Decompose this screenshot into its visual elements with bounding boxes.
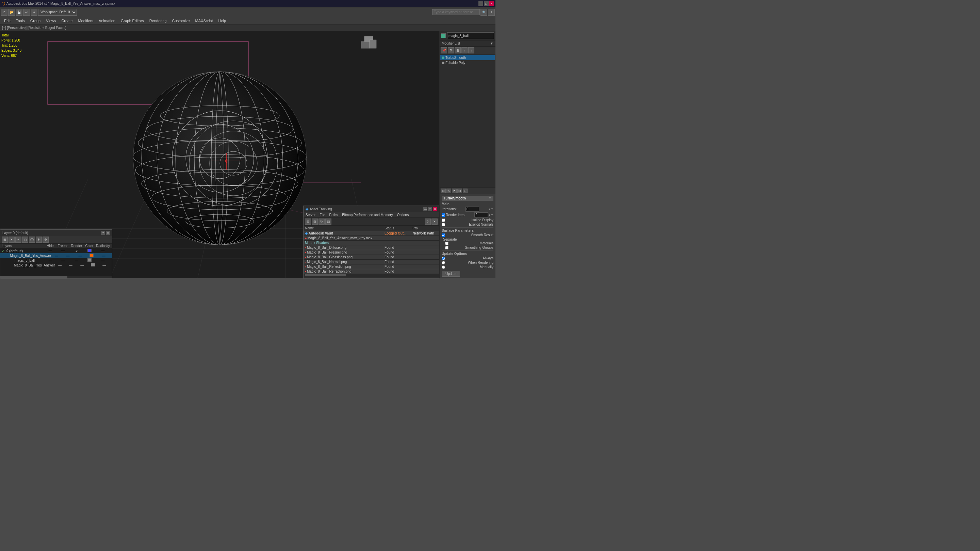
- sub-mod-btn4[interactable]: ⊠: [457, 188, 462, 193]
- layers-title-bar[interactable]: Layer: 0 (default) ? ✕: [0, 230, 112, 236]
- ts-iterations-spinner[interactable]: ▲▼: [488, 208, 493, 211]
- layers-hide-all-btn[interactable]: ◯: [29, 237, 35, 243]
- asset-btn1[interactable]: ⊞: [305, 218, 311, 225]
- menu-tools[interactable]: Tools: [13, 17, 27, 24]
- search-input[interactable]: [432, 9, 480, 15]
- mod-delete-button[interactable]: 🗑: [455, 47, 461, 53]
- menu-help[interactable]: Help: [216, 17, 229, 24]
- turbosmooth-header[interactable]: TurboSmooth ▼: [442, 196, 493, 201]
- list-item[interactable]: Magic_8_Ball_Yes_Answer — — — —: [0, 253, 112, 258]
- list-item[interactable]: magic_8_ball — — — —: [0, 258, 112, 263]
- redo-button[interactable]: ↪: [30, 9, 37, 16]
- menu-maxscript[interactable]: MAXScript: [192, 17, 216, 24]
- asset-close-btn2[interactable]: ✕: [431, 218, 438, 225]
- menu-customize[interactable]: Customize: [169, 17, 192, 24]
- table-row[interactable]: ▪ Magic_8_Ball_Diffuse.png Found: [304, 245, 439, 250]
- layers-new-btn[interactable]: ⊞: [2, 237, 8, 243]
- asset-menu-options[interactable]: Options: [395, 212, 411, 218]
- menu-graph-editors[interactable]: Graph Editors: [118, 17, 147, 24]
- minimize-button[interactable]: —: [479, 2, 483, 6]
- menu-modifiers[interactable]: Modifiers: [75, 17, 96, 24]
- ts-update-button[interactable]: Update: [442, 271, 460, 277]
- ts-smooth-result-checkbox[interactable]: [442, 234, 445, 237]
- asset-scrollbar[interactable]: [304, 274, 439, 277]
- asset-btn4[interactable]: ▤: [325, 218, 331, 225]
- mod-move-down-button[interactable]: ↓: [468, 47, 474, 53]
- menu-views[interactable]: Views: [43, 17, 59, 24]
- layer-color-cell[interactable]: [86, 253, 97, 258]
- undo-button[interactable]: ↩: [23, 9, 30, 16]
- menu-create[interactable]: Create: [59, 17, 75, 24]
- asset-minimize-button[interactable]: —: [423, 207, 427, 211]
- maximize-button[interactable]: □: [484, 2, 488, 6]
- modifier-editable-poly[interactable]: Editable Poly: [440, 60, 495, 65]
- sub-mod-btn1[interactable]: ⊞: [441, 188, 446, 193]
- asset-title-bar[interactable]: ◈ Asset Tracking — □ ✕: [304, 206, 439, 212]
- table-row[interactable]: Maps / Shaders: [304, 240, 439, 245]
- menu-edit[interactable]: Edit: [2, 17, 13, 24]
- menu-animation[interactable]: Animation: [96, 17, 118, 24]
- mod-pin-button[interactable]: 📌: [441, 47, 447, 53]
- layers-help-button[interactable]: ?: [101, 231, 105, 235]
- asset-row-name: ●Magic_8_Ball_Yes_Answer_max_vray.max: [304, 236, 383, 240]
- menu-rendering[interactable]: Rendering: [147, 17, 169, 24]
- ts-render-iters-spinner[interactable]: ▲▼: [488, 213, 493, 217]
- table-row[interactable]: ▪ Magic_8_Ball_Fresnel.png Found: [304, 250, 439, 255]
- asset-help-btn[interactable]: ?: [425, 218, 431, 225]
- workspace-select[interactable]: Workspace: Default: [38, 9, 77, 16]
- ts-manually-radio[interactable]: [442, 266, 445, 269]
- layer-color-cell[interactable]: [83, 249, 95, 253]
- asset-btn3[interactable]: ↻: [318, 218, 325, 225]
- layers-delete-btn[interactable]: ✕: [8, 237, 14, 243]
- orientation-cube[interactable]: [360, 35, 378, 54]
- asset-menu-file[interactable]: File: [318, 212, 327, 218]
- ts-isoline-checkbox[interactable]: [442, 218, 445, 222]
- ts-when-rendering-radio[interactable]: [442, 261, 445, 264]
- table-row[interactable]: ▪ Magic_8_Ball_Normal.png Found: [304, 260, 439, 264]
- sub-mod-btn3[interactable]: ⚑: [452, 188, 457, 193]
- layers-settings-btn[interactable]: ⚙: [43, 237, 49, 243]
- asset-close-button[interactable]: ✕: [433, 207, 437, 211]
- layer-color-cell[interactable]: [83, 258, 95, 263]
- ts-materials-checkbox[interactable]: [445, 242, 449, 245]
- obj-name-input[interactable]: [447, 32, 494, 39]
- table-row[interactable]: ◈ Autodesk Vault Logged Out... Network P…: [304, 231, 439, 236]
- asset-menu-server[interactable]: Server: [304, 212, 318, 218]
- ts-always-radio[interactable]: [442, 256, 445, 260]
- ts-iterations-input[interactable]: [466, 207, 479, 212]
- open-button[interactable]: 📂: [8, 9, 15, 16]
- sub-mod-btn5[interactable]: ⊡: [463, 188, 468, 193]
- ts-explicit-normals-checkbox[interactable]: [442, 223, 445, 226]
- help-button[interactable]: ?: [488, 9, 495, 16]
- layers-add-sel-btn[interactable]: +: [15, 237, 21, 243]
- save-button[interactable]: 💾: [16, 9, 22, 16]
- list-item[interactable]: ✓ 0 (default) — — ✓ —: [0, 248, 112, 253]
- layers-close-button[interactable]: ✕: [106, 231, 110, 235]
- close-button[interactable]: ✕: [489, 2, 494, 6]
- mod-move-up-button[interactable]: ↑: [461, 47, 468, 53]
- layers-freeze-all-btn[interactable]: ❄: [36, 237, 42, 243]
- table-row[interactable]: ●Magic_8_Ball_Yes_Answer_max_vray.max: [304, 236, 439, 240]
- asset-menu-paths[interactable]: Paths: [327, 212, 340, 218]
- asset-maximize-button[interactable]: □: [428, 207, 432, 211]
- layers-scrollbar[interactable]: [0, 276, 112, 279]
- table-row[interactable]: ▪ Magic_8_Ball_Reflection.png Found: [304, 264, 439, 269]
- layers-column-header: Layers Hide Freeze Render Color Radiosit…: [0, 244, 112, 248]
- ts-render-iters-checkbox[interactable]: [442, 213, 445, 217]
- sub-mod-btn2[interactable]: ✎: [447, 188, 451, 193]
- layers-sel-btn[interactable]: ◻: [22, 237, 28, 243]
- asset-menu-bitmap-perf[interactable]: Bitmap Performance and Memory: [340, 212, 395, 218]
- table-row[interactable]: ▪ Magic_8_Ball_Refraction.png Found: [304, 269, 439, 274]
- list-item[interactable]: Magic_8_Ball_Yes_Answer — — — —: [0, 263, 112, 268]
- table-row[interactable]: ▪ Magic_8_Ball_Glossiness.png Found: [304, 255, 439, 260]
- layer-color-cell[interactable]: [88, 263, 98, 267]
- asset-btn2[interactable]: ⊟: [312, 218, 318, 225]
- menu-group[interactable]: Group: [27, 17, 43, 24]
- modifier-turbosmooth[interactable]: TurboSmooth: [440, 55, 495, 60]
- obj-color-swatch[interactable]: [441, 33, 446, 38]
- search-button[interactable]: 🔍: [480, 9, 487, 16]
- ts-render-iters-input[interactable]: [474, 212, 488, 218]
- mod-settings-button[interactable]: ⚙: [448, 47, 454, 53]
- new-button[interactable]: 🗋: [1, 9, 8, 16]
- ts-smoothing-groups-checkbox[interactable]: [445, 246, 449, 250]
